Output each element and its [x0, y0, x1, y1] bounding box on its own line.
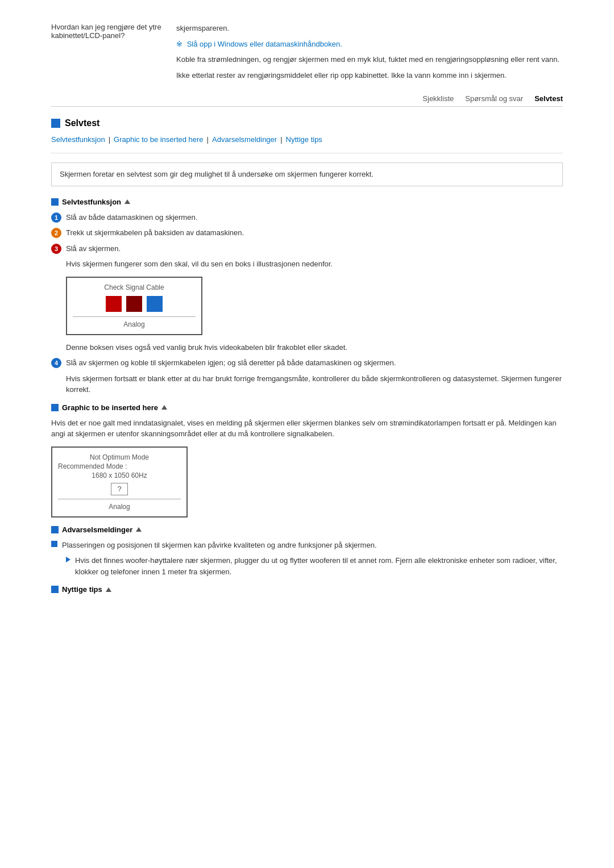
- tab-sjekkliste[interactable]: Sjekkliste: [422, 94, 454, 103]
- num-circle-2: 2: [51, 228, 61, 238]
- signal-squares: [73, 296, 196, 312]
- list-item-4: 4 Slå av skjermen og koble til skjermkab…: [51, 357, 563, 369]
- signal-cable-box: Check Signal Cable Analog: [66, 277, 202, 335]
- list-item-1: 1 Slå av både datamaskinen og skjermen.: [51, 212, 563, 223]
- item4-text: Slå av skjermen og koble til skjermkabel…: [66, 357, 396, 369]
- page-title: Selvtest: [65, 118, 99, 128]
- item4-sub: Hvis skjermen fortsatt er blank etter at…: [66, 373, 563, 395]
- section2-title: Graphic to be inserted here: [62, 403, 158, 412]
- list-item-3: 3 Slå av skjermen.: [51, 243, 563, 254]
- top-left-label: Hvordan kan jeg rengjøre det ytre kabine…: [51, 23, 176, 85]
- section3-title: Advarselsmeldinger: [62, 525, 132, 534]
- triangle-icon-4: [106, 587, 111, 592]
- info-box-text: Skjermen foretar en selvtest som gir deg…: [60, 170, 374, 178]
- breadcrumb-advarsels[interactable]: Advarselsmeldinger: [212, 135, 277, 144]
- sub-text2: Denne boksen vises også ved vanlig bruk …: [66, 342, 563, 353]
- cleaning-para1: Koble fra strømledningen, og rengjør skj…: [176, 54, 563, 65]
- section2-para1: Hvis det er noe galt med inndatasignalet…: [51, 418, 563, 440]
- selvtest-icon: [51, 119, 60, 128]
- selvtest-header: Selvtest: [51, 118, 563, 128]
- nav-tabs: Sjekkliste Spørsmål og svar Selvtest: [51, 94, 563, 107]
- optimum-box-bottom: Analog: [58, 499, 181, 511]
- sep3: |: [280, 135, 282, 144]
- section2-header: Graphic to be inserted here: [51, 403, 563, 412]
- arrow-text-1: Hvis det finnes woofer-høyttalere nær sk…: [75, 555, 563, 577]
- breadcrumb-selvtest[interactable]: Selvtestfunksjon: [51, 135, 105, 144]
- section1-header: Selvtestfunksjon: [51, 198, 563, 206]
- note-symbol: ※: [176, 40, 182, 48]
- arrow-item-1: Hvis det finnes woofer-høyttalere nær sk…: [66, 555, 563, 577]
- optimum-line1: Not Optimum Mode: [58, 453, 181, 461]
- optimum-line2: Recommended Mode :: [58, 462, 181, 470]
- top-right-content: skjermspareren. ※ Slå opp i Windows elle…: [176, 23, 563, 85]
- section1-icon: [51, 198, 59, 206]
- list-item-2: 2 Trekk ut skjermkabelen på baksiden av …: [51, 227, 563, 239]
- section3-header: Advarselsmeldinger: [51, 525, 563, 534]
- item2-text: Trekk ut skjermkabelen på baksiden av da…: [66, 227, 244, 239]
- optimum-mode-box: Not Optimum Mode Recommended Mode : 1680…: [51, 446, 188, 518]
- screensaver-text: skjermspareren.: [176, 23, 563, 34]
- breadcrumb: Selvtestfunksjon | Graphic to be inserte…: [51, 135, 563, 144]
- divider1: [51, 153, 563, 153]
- signal-box-bottom: Analog: [73, 316, 196, 328]
- section4-header: Nyttige tips: [51, 585, 563, 594]
- sep2: |: [207, 135, 209, 144]
- triangle-icon-2: [161, 405, 167, 410]
- signal-box-title: Check Signal Cable: [73, 283, 196, 291]
- square-blue: [147, 296, 163, 312]
- tab-sporsmal[interactable]: Spørsmål og svar: [465, 94, 523, 103]
- section4-icon: [51, 586, 59, 593]
- bullet-text-1: Plasseringen og posisjonen til skjermen …: [62, 540, 377, 551]
- optimum-line3: 1680 x 1050 60Hz: [58, 471, 181, 479]
- breadcrumb-graphic[interactable]: Graphic to be inserted here: [114, 135, 204, 144]
- bullet-sq-1: [51, 541, 57, 547]
- breadcrumb-nyttige[interactable]: Nyttige tips: [286, 135, 322, 144]
- num-circle-1: 1: [51, 212, 61, 223]
- square-red: [106, 296, 122, 312]
- info-box: Skjermen foretar en selvtest som gir deg…: [51, 162, 563, 186]
- item1-text: Slå av både datamaskinen og skjermen.: [66, 212, 197, 223]
- triangle-icon-3: [136, 527, 142, 532]
- tab-selvtest[interactable]: Selvtest: [534, 94, 563, 103]
- note-line: ※ Slå opp i Windows eller datamaskinhånd…: [176, 39, 563, 50]
- sub-text1: Hvis skjermen fungerer som den skal, vil…: [66, 258, 563, 270]
- num-circle-4: 4: [51, 358, 61, 368]
- arrow-bullet-1: [66, 557, 70, 562]
- square-darkred: [126, 296, 142, 312]
- note-link[interactable]: Slå opp i Windows eller datamaskinhåndbo…: [187, 40, 342, 48]
- question-box: ?: [111, 483, 128, 495]
- optimum-box-content: Not Optimum Mode Recommended Mode : 1680…: [58, 453, 181, 495]
- cleaning-para2: Ikke etterlat rester av rengjøringsmidde…: [176, 70, 563, 81]
- triangle-icon-1: [125, 199, 130, 204]
- num-circle-3: 3: [51, 244, 61, 254]
- section1-title: Selvtestfunksjon: [62, 198, 121, 206]
- item3-text: Slå av skjermen.: [66, 243, 121, 254]
- top-section: Hvordan kan jeg rengjøre det ytre kabine…: [51, 11, 563, 85]
- cabinet-question: Hvordan kan jeg rengjøre det ytre kabine…: [51, 23, 161, 40]
- bullet-item-1: Plasseringen og posisjonen til skjermen …: [51, 540, 563, 551]
- section3-icon: [51, 526, 59, 533]
- section2-icon: [51, 404, 59, 411]
- sep1: |: [109, 135, 110, 144]
- section4-title: Nyttige tips: [62, 585, 102, 594]
